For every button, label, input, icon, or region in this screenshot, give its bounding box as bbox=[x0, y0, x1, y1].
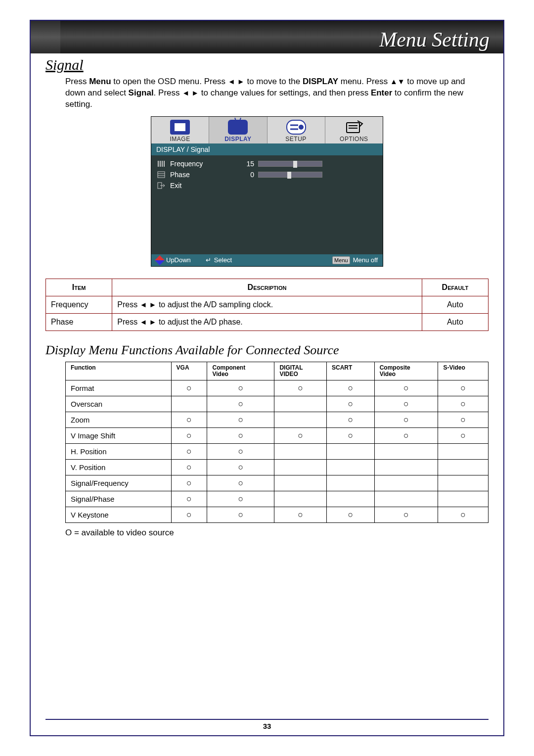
cell-mark bbox=[374, 444, 438, 460]
footer-label: Select bbox=[214, 256, 232, 264]
cell-desc: Press ◄ ► to adjust the A/D phase. bbox=[112, 313, 422, 331]
col-vga: VGA bbox=[171, 362, 207, 380]
cell-mark: ○ bbox=[274, 428, 327, 444]
cell-mark bbox=[274, 491, 327, 507]
row-label: Exit bbox=[170, 182, 234, 189]
svg-rect-9 bbox=[164, 161, 165, 167]
row-label: Frequency bbox=[170, 160, 234, 168]
cell-mark: ○ bbox=[327, 412, 375, 428]
cell-function: H. Position bbox=[66, 444, 172, 460]
cell-default: Auto bbox=[422, 296, 488, 313]
col-scart: SCART bbox=[327, 362, 375, 380]
ud-arrows-icon: ▲▼ bbox=[390, 77, 405, 86]
cell-mark: ○ bbox=[327, 428, 375, 444]
table-row: Frequency Press ◄ ► to adjust the A/D sa… bbox=[46, 296, 489, 313]
cell-mark: ○ bbox=[207, 396, 274, 412]
lr-arrows-icon: ◄ ► bbox=[182, 89, 199, 97]
cell-function: Format bbox=[66, 380, 172, 396]
phase-icon bbox=[156, 171, 166, 179]
cell-mark bbox=[374, 475, 438, 491]
cell-mark bbox=[374, 491, 438, 507]
col-composite: CompositeVideo bbox=[374, 362, 438, 380]
osd-row-frequency: Frequency 15 bbox=[156, 158, 378, 169]
tab-label: DISPLAY bbox=[209, 136, 267, 142]
table-row: V Image Shift○○○○○○ bbox=[66, 428, 489, 444]
cell-mark bbox=[171, 396, 207, 412]
table-row: Phase Press ◄ ► to adjust the A/D phase.… bbox=[46, 313, 489, 331]
t: Press bbox=[117, 318, 139, 326]
kw-signal: Signal bbox=[129, 88, 154, 97]
cell-mark bbox=[327, 444, 375, 460]
setup-icon bbox=[286, 120, 306, 135]
options-icon bbox=[344, 120, 364, 135]
svg-rect-7 bbox=[160, 161, 161, 167]
osd-breadcrumb: DISPLAY / Signal bbox=[151, 143, 383, 155]
cell-mark: ○ bbox=[171, 475, 207, 491]
intro-paragraph: Press Menu to open the OSD menu. Press ◄… bbox=[45, 76, 489, 110]
table-row: Format○○○○○○ bbox=[66, 380, 489, 396]
t: menu. Press bbox=[338, 77, 390, 86]
cell-mark: ○ bbox=[207, 444, 274, 460]
table-row: Overscan○○○○ bbox=[66, 396, 489, 412]
cell-mark: ○ bbox=[171, 491, 207, 507]
osd-row-exit: Exit bbox=[156, 180, 378, 191]
svg-rect-6 bbox=[158, 161, 159, 167]
osd-tab-display: DISPLAY bbox=[209, 117, 267, 143]
cell-mark: ○ bbox=[327, 380, 375, 396]
cell-mark: ○ bbox=[274, 507, 327, 523]
display-icon bbox=[228, 120, 248, 135]
cell-mark: ○ bbox=[171, 460, 207, 475]
tab-label: IMAGE bbox=[151, 136, 209, 142]
cell-mark bbox=[274, 396, 327, 412]
osd-footer: UpDown ↵Select MenuMenu off bbox=[151, 254, 383, 266]
lr-arrows-icon: ◄ ► bbox=[140, 300, 157, 309]
footer-select: ↵Select bbox=[206, 256, 232, 264]
cell-mark bbox=[374, 460, 438, 475]
cell-function: Overscan bbox=[66, 396, 172, 412]
cell-mark: ○ bbox=[274, 380, 327, 396]
cell-default: Auto bbox=[422, 313, 488, 331]
cell-mark: ○ bbox=[374, 380, 438, 396]
cell-mark: ○ bbox=[327, 396, 375, 412]
tab-label: OPTIONS bbox=[325, 136, 383, 142]
cell-mark: ○ bbox=[171, 412, 207, 428]
slider bbox=[258, 172, 322, 178]
cell-item: Phase bbox=[46, 313, 112, 331]
kw-menu: Menu bbox=[89, 77, 111, 86]
cell-function: V Keystone bbox=[66, 507, 172, 523]
kw-display: DISPLAY bbox=[303, 77, 338, 86]
table-row: V. Position○○ bbox=[66, 460, 489, 475]
osd-row-phase: Phase 0 bbox=[156, 169, 378, 180]
osd-tabs: IMAGE DISPLAY SETUP bbox=[151, 117, 383, 143]
table-row: V Keystone○○○○○○ bbox=[66, 507, 489, 523]
description-table: Item Description Default Frequency Press… bbox=[45, 279, 489, 331]
col-item: Item bbox=[46, 279, 112, 296]
t: to adjust the A/D phase. bbox=[156, 318, 242, 326]
cell-mark bbox=[438, 491, 489, 507]
cell-mark: ○ bbox=[438, 412, 489, 428]
col-component: ComponentVideo bbox=[207, 362, 274, 380]
row-value: 15 bbox=[234, 160, 254, 168]
diamond-icon bbox=[155, 255, 165, 265]
osd-tab-image: IMAGE bbox=[151, 117, 209, 143]
footer-label: UpDown bbox=[166, 256, 191, 264]
table-row: Signal/Frequency○○ bbox=[66, 475, 489, 491]
header-bar: Menu Setting bbox=[31, 21, 503, 53]
page-frame: Menu Setting Signal Press Menu to open t… bbox=[30, 20, 504, 736]
footer-updown: UpDown bbox=[156, 256, 191, 264]
cell-mark: ○ bbox=[374, 428, 438, 444]
enter-icon: ↵ bbox=[206, 256, 211, 264]
col-default: Default bbox=[422, 279, 488, 296]
table-row: H. Position○○ bbox=[66, 444, 489, 460]
col-digital: DIGITALVIDEO bbox=[274, 362, 327, 380]
cell-mark: ○ bbox=[438, 380, 489, 396]
svg-point-2 bbox=[299, 125, 304, 130]
table-row: Signal/Phase○○ bbox=[66, 491, 489, 507]
osd-tab-setup: SETUP bbox=[267, 117, 325, 143]
cell-desc: Press ◄ ► to adjust the A/D sampling clo… bbox=[112, 296, 422, 313]
cell-mark bbox=[438, 460, 489, 475]
t: to open the OSD menu. Press bbox=[111, 77, 228, 86]
frequency-icon bbox=[156, 160, 166, 168]
cell-mark bbox=[438, 444, 489, 460]
menu-key-icon: Menu bbox=[332, 256, 350, 264]
